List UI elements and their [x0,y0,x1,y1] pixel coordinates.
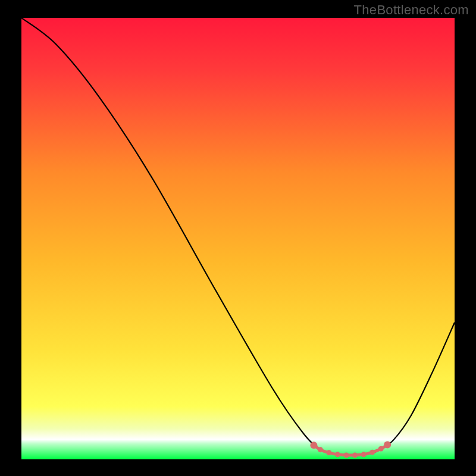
marker-dot [361,452,367,457]
marker-dot [369,450,375,455]
marker-dot [378,446,384,452]
watermark-text: TheBottleneck.com [354,2,469,18]
plot-background [21,18,455,459]
marker-dot [310,441,317,449]
marker-dot [344,452,349,458]
marker-dot [326,450,331,455]
bottleneck-chart [0,0,476,476]
marker-dot [318,447,323,452]
marker-dot [335,452,340,457]
marker-dot [384,441,391,449]
marker-dot [352,452,358,458]
chart-container: { "watermark": "TheBottleneck.com", "col… [0,0,476,476]
